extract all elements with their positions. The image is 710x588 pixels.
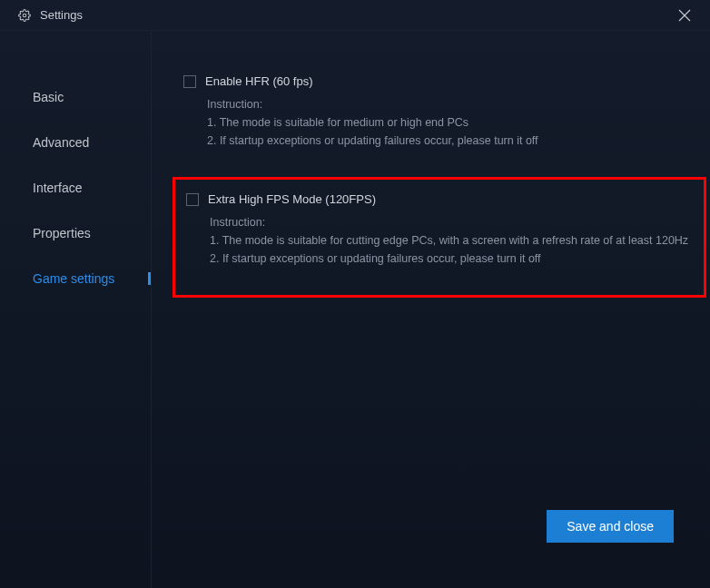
title-left: Settings — [18, 8, 83, 22]
close-icon — [678, 9, 691, 22]
save-and-close-button[interactable]: Save and close — [547, 510, 674, 543]
sidebar-item-advanced[interactable]: Advanced — [0, 120, 151, 165]
sidebar-item-interface[interactable]: Interface — [0, 165, 151, 211]
title-bar: Settings — [0, 0, 710, 31]
instruction-line: 1. The mode is suitable for cutting edge… — [210, 231, 695, 250]
content-panel: Enable HFR (60 fps) Instruction: 1. The … — [152, 31, 710, 588]
sidebar-item-label: Game settings — [33, 271, 114, 286]
checkbox-extra-fps[interactable] — [186, 193, 199, 206]
svg-point-0 — [23, 14, 26, 17]
sidebar-item-game-settings[interactable]: Game settings — [0, 256, 151, 301]
checkbox-label-hfr: Enable HFR (60 fps) — [205, 74, 313, 88]
sidebar: Basic Advanced Interface Properties Game… — [0, 31, 152, 588]
sidebar-item-label: Properties — [33, 226, 91, 240]
sidebar-item-label: Basic — [33, 90, 64, 104]
sidebar-item-basic[interactable]: Basic — [0, 74, 151, 120]
sidebar-item-properties[interactable]: Properties — [0, 211, 151, 256]
instruction-heading: Instruction: — [210, 213, 695, 231]
checkbox-row-hfr[interactable]: Enable HFR (60 fps) — [183, 74, 710, 88]
instruction-line: 2. If startup exceptions or updating fai… — [210, 250, 695, 268]
window-title: Settings — [40, 8, 83, 22]
close-button[interactable] — [674, 5, 695, 26]
main-area: Basic Advanced Interface Properties Game… — [0, 31, 710, 588]
instruction-line: 2. If startup exceptions or updating fai… — [207, 132, 710, 150]
instruction-hfr: Instruction: 1. The mode is suitable for… — [183, 95, 710, 150]
instruction-heading: Instruction: — [207, 95, 710, 113]
checkbox-row-extra-fps[interactable]: Extra High FPS Mode (120FPS) — [182, 192, 695, 206]
gear-icon — [18, 9, 31, 22]
save-button-label: Save and close — [567, 519, 654, 534]
option-extra-high-fps-highlighted: Extra High FPS Mode (120FPS) Instruction… — [173, 177, 706, 298]
instruction-extra-fps: Instruction: 1. The mode is suitable for… — [182, 213, 695, 268]
sidebar-item-label: Interface — [33, 181, 82, 195]
checkbox-hfr[interactable] — [183, 75, 196, 88]
sidebar-item-label: Advanced — [33, 135, 89, 150]
instruction-line: 1. The mode is suitable for medium or hi… — [207, 113, 710, 132]
checkbox-label-extra-fps: Extra High FPS Mode (120FPS) — [208, 192, 376, 206]
option-enable-hfr: Enable HFR (60 fps) Instruction: 1. The … — [183, 74, 710, 150]
